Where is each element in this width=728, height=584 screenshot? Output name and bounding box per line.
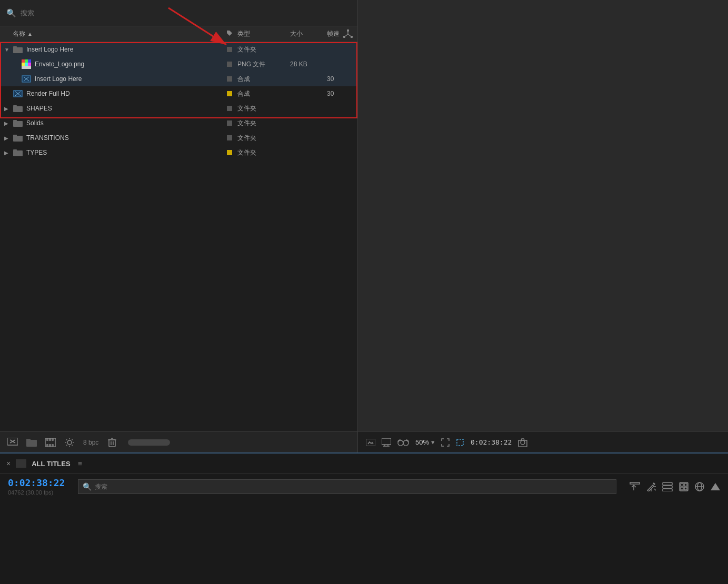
search-input[interactable] [21,9,351,17]
svg-rect-37 [26,440,37,447]
list-item[interactable]: ▶ TRANSITIONS 文件夹 [0,130,357,145]
svg-rect-13 [28,59,31,63]
status-bar: 0:02:38:22 04762 (30.00 fps) 🔍 [0,474,728,499]
list-item[interactable]: Envato_Logo.png PNG 文件 28 KB [0,57,357,72]
new-folder-button[interactable] [24,436,39,449]
expand-toggle[interactable]: ▶ [4,150,13,156]
svg-marker-79 [711,483,720,490]
tag-square-gray [227,62,232,67]
tag-cell [222,106,237,111]
svg-rect-15 [25,63,28,66]
svg-rect-68 [663,482,672,485]
more-icon[interactable] [711,482,720,491]
timeline-header: × ALL TITLES ≡ [0,452,728,474]
file-name: TRANSITIONS [26,134,222,142]
list-item[interactable]: Insert Logo Here 合成 30 [0,72,357,86]
region-icon[interactable] [456,438,464,447]
svg-rect-26 [13,106,23,112]
svg-line-6 [344,34,348,37]
svg-rect-9 [13,46,17,48]
project-panel: 🔍 名称 ▲ [0,0,358,452]
network-icon[interactable] [343,29,353,42]
svg-rect-38 [26,439,31,440]
col-type-header[interactable]: 类型 [237,29,290,38]
settings-button[interactable] [62,436,77,449]
new-item-button[interactable] [43,436,58,449]
zoom-control[interactable]: 50% ▾ [415,438,435,446]
file-name: Envato_Logo.png [35,61,222,68]
svg-rect-31 [13,135,17,136]
list-item[interactable]: ▶ TYPES 文件夹 [0,145,357,160]
col-name-header[interactable]: 名称 ▲ [13,29,222,38]
svg-rect-74 [681,487,683,490]
tag-cell [222,76,237,82]
comp-indicator [16,459,26,468]
render-icon[interactable] [679,482,689,491]
file-name: Insert Logo Here [26,46,222,53]
folder-icon [13,104,23,113]
folder-icon [13,133,23,143]
file-size: 28 KB [290,61,327,68]
viewer-controls: 50% ▾ 0:02:38:22 [358,431,728,452]
svg-rect-45 [52,445,53,447]
file-type: 文件夹 [237,104,290,113]
svg-rect-47 [109,440,115,447]
bottom-tools [630,482,720,491]
svg-rect-29 [13,120,17,122]
svg-rect-40 [47,438,48,440]
main-container: 🔍 名称 ▲ [0,0,728,452]
viewer-timecode: 0:02:38:22 [471,438,512,446]
timeline-menu-button[interactable]: ≡ [78,459,82,468]
tag-cell [222,120,237,126]
list-item[interactable]: ▶ Solids 文件夹 [0,116,357,130]
bpc-label: 8 bpc [83,439,98,446]
col-tag-header[interactable] [222,29,237,38]
svg-rect-28 [13,121,23,127]
tag-cell [222,47,237,52]
right-panel: 50% ▾ 0:02:38:22 [358,0,728,452]
globe-icon[interactable] [695,482,704,491]
extract-icon[interactable] [630,482,640,491]
file-type: PNG 文件 [237,60,290,69]
svg-point-58 [403,440,408,446]
delete-button[interactable] [105,436,119,449]
search-icon: 🔍 [6,8,16,18]
expand-toggle[interactable]: ▼ [4,47,13,53]
list-item[interactable]: ▼ Insert Logo Here 文件夹 [0,42,357,57]
timeline-comp-label: ALL TITLES [32,460,70,468]
timeline-search-input[interactable] [95,483,612,490]
expand-toggle[interactable]: ▶ [4,120,13,126]
svg-rect-64 [630,482,640,484]
expand-toggle[interactable]: ▶ [4,135,13,141]
fit-frame-icon[interactable] [441,438,450,447]
monitor-icon[interactable] [382,438,391,447]
zoom-dropdown-arrow[interactable]: ▾ [431,438,435,446]
glasses-icon[interactable] [397,439,409,446]
svg-rect-2 [347,29,349,32]
tag-square-gray [227,135,232,140]
svg-rect-69 [663,486,672,488]
list-item[interactable]: Render Full HD 合成 30 [0,86,357,101]
list-item[interactable]: ▶ SHAPES 文件夹 [0,101,357,116]
file-type: 文件夹 [237,45,290,54]
file-fps: 30 [327,90,353,97]
timecode-display: 0:02:38:22 04762 (30.00 fps) [8,477,65,496]
file-type: 合成 [237,89,290,98]
wand-icon[interactable] [646,482,656,491]
layer-icon[interactable] [662,482,673,491]
svg-rect-17 [22,66,31,69]
composition-icon [13,89,23,98]
scroll-thumb[interactable] [128,439,170,446]
file-type: 合成 [237,75,290,84]
timeline-search-bar[interactable]: 🔍 [78,479,616,494]
snapshot-icon[interactable] [518,438,527,447]
col-size-header[interactable]: 大小 [290,29,327,38]
folder-icon [13,45,23,54]
expand-toggle[interactable]: ▶ [4,106,13,112]
folder-icon [13,118,23,128]
new-composition-button[interactable] [5,436,20,449]
svg-rect-42 [52,438,53,440]
svg-rect-30 [13,136,23,142]
viewer-icon[interactable] [366,439,375,446]
timeline-close-button[interactable]: × [6,459,11,468]
